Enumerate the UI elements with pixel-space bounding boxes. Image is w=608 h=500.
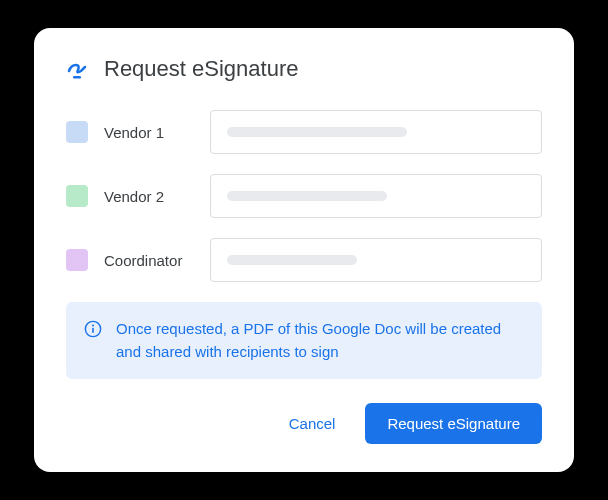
signer-input[interactable] — [210, 238, 542, 282]
dialog-actions: Cancel Request eSignature — [66, 403, 542, 444]
signer-label: Coordinator — [104, 252, 194, 269]
signer-input[interactable] — [210, 110, 542, 154]
signer-row-vendor-1: Vendor 1 — [66, 110, 542, 154]
signer-input[interactable] — [210, 174, 542, 218]
dialog-title: Request eSignature — [104, 56, 298, 82]
input-placeholder-skeleton — [227, 255, 357, 265]
info-icon — [84, 320, 102, 338]
signer-color-chip — [66, 121, 88, 143]
input-placeholder-skeleton — [227, 191, 387, 201]
svg-point-2 — [92, 325, 94, 327]
signer-label: Vendor 1 — [104, 124, 194, 141]
svg-rect-0 — [73, 76, 81, 79]
info-banner: Once requested, a PDF of this Google Doc… — [66, 302, 542, 379]
dialog-header: Request eSignature — [66, 56, 542, 82]
cancel-button[interactable]: Cancel — [267, 403, 358, 444]
request-esignature-button[interactable]: Request eSignature — [365, 403, 542, 444]
esignature-dialog: Request eSignature Vendor 1 Vendor 2 Coo… — [34, 28, 574, 472]
svg-rect-3 — [92, 328, 94, 333]
signer-label: Vendor 2 — [104, 188, 194, 205]
signer-color-chip — [66, 185, 88, 207]
signer-row-coordinator: Coordinator — [66, 238, 542, 282]
signature-icon — [66, 57, 90, 81]
info-text: Once requested, a PDF of this Google Doc… — [116, 318, 524, 363]
input-placeholder-skeleton — [227, 127, 407, 137]
signer-row-vendor-2: Vendor 2 — [66, 174, 542, 218]
signer-color-chip — [66, 249, 88, 271]
